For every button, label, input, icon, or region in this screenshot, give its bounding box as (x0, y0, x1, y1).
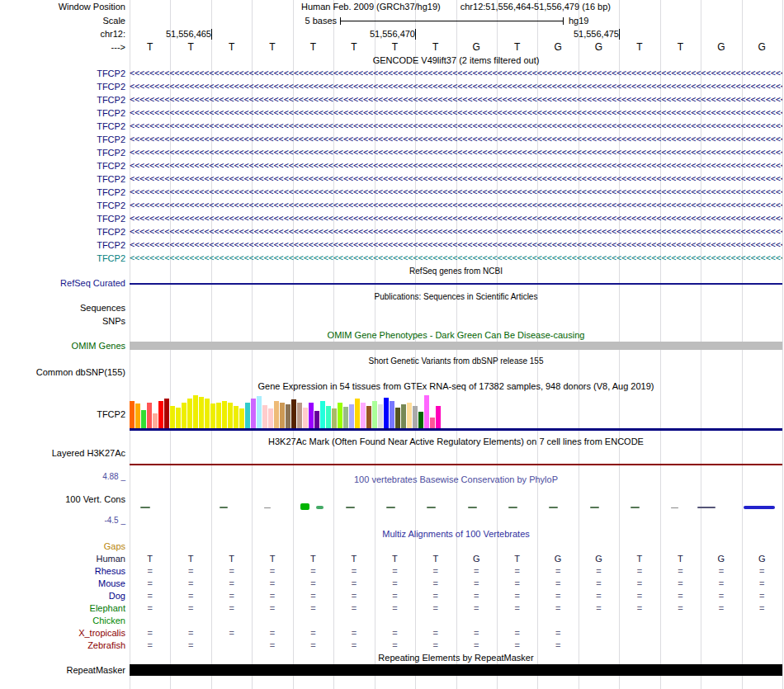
gencode-item-label[interactable]: TFCP2 (0, 199, 125, 212)
gtex-tissue-bar[interactable] (141, 410, 146, 428)
gencode-transcript[interactable]: <<<<<<<<<<<<<<<<<<<<<<<<<<<<<<<<<<<<<<<<… (130, 159, 782, 172)
gtex-tissue-bar[interactable] (436, 406, 441, 428)
gencode-item-label[interactable]: TFCP2 (0, 93, 125, 106)
gtex-tissue-bar[interactable] (314, 411, 319, 428)
gtex-tissue-bar[interactable] (257, 396, 262, 428)
gencode-item-label[interactable]: TFCP2 (0, 212, 125, 225)
refseq-curated-item[interactable] (130, 283, 782, 285)
gencode-transcript[interactable]: <<<<<<<<<<<<<<<<<<<<<<<<<<<<<<<<<<<<<<<<… (130, 199, 782, 212)
gencode-item-label[interactable]: TFCP2 (0, 133, 125, 146)
gencode-item-label[interactable]: TFCP2 (0, 67, 125, 80)
gtex-tissue-bar[interactable] (401, 404, 406, 428)
gencode-transcript[interactable]: <<<<<<<<<<<<<<<<<<<<<<<<<<<<<<<<<<<<<<<<… (130, 252, 782, 265)
gencode-transcript[interactable]: <<<<<<<<<<<<<<<<<<<<<<<<<<<<<<<<<<<<<<<<… (130, 172, 782, 186)
gtex-tissue-bar[interactable] (326, 406, 331, 428)
repeatmasker-track-label[interactable]: RepeatMasker (0, 665, 125, 676)
gencode-transcript[interactable]: <<<<<<<<<<<<<<<<<<<<<<<<<<<<<<<<<<<<<<<<… (130, 146, 782, 159)
sequences-track-label[interactable]: Sequences (0, 303, 125, 314)
gtex-tissue-bar[interactable] (395, 408, 400, 428)
gencode-transcript[interactable]: <<<<<<<<<<<<<<<<<<<<<<<<<<<<<<<<<<<<<<<<… (130, 225, 782, 238)
gtex-tissue-bar[interactable] (216, 403, 221, 428)
gtex-tissue-bar[interactable] (176, 408, 181, 428)
gtex-gene-label[interactable]: TFCP2 (0, 409, 125, 420)
gtex-tissue-bar[interactable] (286, 404, 290, 428)
gtex-tissue-bar[interactable] (297, 403, 302, 428)
gtex-tissue-bar[interactable] (332, 408, 337, 428)
gencode-transcript[interactable]: <<<<<<<<<<<<<<<<<<<<<<<<<<<<<<<<<<<<<<<<… (130, 67, 782, 80)
gtex-tissue-bar[interactable] (390, 401, 394, 428)
gencode-item-label[interactable]: TFCP2 (0, 186, 125, 199)
gtex-tissue-bar[interactable] (239, 408, 244, 428)
gencode-item-label[interactable]: TFCP2 (0, 146, 125, 159)
gencode-item-label[interactable]: TFCP2 (0, 106, 125, 120)
h3k27ac-signal[interactable] (130, 464, 782, 465)
gtex-tissue-bar[interactable] (147, 403, 152, 428)
gtex-tissue-bar[interactable] (158, 401, 163, 428)
repeatmasker-item[interactable] (130, 664, 782, 676)
gtex-tissue-bar[interactable] (291, 399, 296, 428)
gtex-tissue-bar[interactable] (193, 395, 198, 428)
gencode-transcript[interactable]: <<<<<<<<<<<<<<<<<<<<<<<<<<<<<<<<<<<<<<<<… (130, 106, 782, 120)
multiz-species-label[interactable]: Mouse (0, 578, 125, 590)
gtex-tissue-bar[interactable] (424, 395, 429, 428)
multiz-species-label[interactable]: Gaps (0, 540, 125, 553)
multiz-species-label[interactable]: Rhesus (0, 565, 125, 578)
gtex-tissue-bar[interactable] (349, 404, 354, 428)
gtex-tissue-bar[interactable] (234, 406, 239, 428)
gtex-tissue-bar[interactable] (245, 403, 250, 428)
conservation-track-label[interactable]: 100 Vert. Cons (0, 494, 125, 505)
dbsnp-track-label[interactable]: Common dbSNP(155) (0, 367, 125, 378)
gtex-tissue-bar[interactable] (210, 403, 215, 428)
gtex-tissue-bar[interactable] (366, 406, 371, 428)
gtex-tissue-bar[interactable] (378, 404, 383, 428)
gtex-tissue-bar[interactable] (164, 399, 169, 428)
gtex-tissue-bar[interactable] (355, 399, 360, 428)
gtex-tissue-bar[interactable] (280, 403, 285, 428)
gencode-item-label[interactable]: TFCP2 (0, 120, 125, 133)
gencode-item-label[interactable]: TFCP2 (0, 252, 125, 265)
gtex-tissue-bar[interactable] (320, 401, 325, 428)
multiz-species-label[interactable]: X_tropicalis (0, 627, 125, 639)
gtex-tissue-bar[interactable] (228, 403, 233, 428)
gtex-tissue-bar[interactable] (309, 403, 314, 428)
gtex-tissue-bar[interactable] (268, 408, 273, 428)
gencode-item-label[interactable]: TFCP2 (0, 172, 125, 186)
gtex-tissue-bar[interactable] (130, 401, 135, 428)
gencode-item-label[interactable]: TFCP2 (0, 238, 125, 252)
multiz-species-label[interactable]: Zebrafish (0, 639, 125, 652)
gtex-tissue-bar[interactable] (199, 397, 204, 428)
multiz-species-label[interactable]: Chicken (0, 615, 125, 627)
gtex-tissue-bar[interactable] (418, 412, 423, 428)
gencode-transcript[interactable]: <<<<<<<<<<<<<<<<<<<<<<<<<<<<<<<<<<<<<<<<… (130, 93, 782, 106)
omim-genes-label[interactable]: OMIM Genes (0, 341, 125, 352)
refseq-curated-label[interactable]: RefSeq Curated (0, 278, 125, 289)
gtex-tissue-bar[interactable] (407, 403, 412, 428)
gtex-tissue-bar[interactable] (303, 408, 308, 428)
gencode-item-label[interactable]: TFCP2 (0, 80, 125, 93)
multiz-species-label[interactable]: Human (0, 553, 125, 565)
gtex-tissue-bar[interactable] (430, 418, 435, 428)
gtex-tissue-bar[interactable] (182, 403, 187, 428)
gencode-transcript[interactable]: <<<<<<<<<<<<<<<<<<<<<<<<<<<<<<<<<<<<<<<<… (130, 212, 782, 225)
gtex-tissue-bar[interactable] (135, 403, 140, 428)
gtex-tissue-bar[interactable] (205, 399, 210, 428)
gencode-transcript[interactable]: <<<<<<<<<<<<<<<<<<<<<<<<<<<<<<<<<<<<<<<<… (130, 80, 782, 93)
gencode-transcript[interactable]: <<<<<<<<<<<<<<<<<<<<<<<<<<<<<<<<<<<<<<<<… (130, 238, 782, 252)
multiz-species-label[interactable]: Elephant (0, 602, 125, 615)
gtex-tissue-bar[interactable] (384, 398, 389, 428)
gencode-item-label[interactable]: TFCP2 (0, 225, 125, 238)
gtex-tissue-bar[interactable] (222, 401, 227, 428)
gtex-tissue-bar[interactable] (153, 413, 158, 428)
h3k27ac-track-label[interactable]: Layered H3K27Ac (0, 448, 125, 459)
omim-gene-item[interactable] (130, 342, 782, 350)
gtex-tissue-bar[interactable] (262, 405, 267, 428)
gtex-tissue-bar[interactable] (251, 399, 256, 428)
gtex-tissue-bar[interactable] (274, 401, 279, 428)
gtex-tissue-bar[interactable] (372, 401, 377, 428)
gtex-tissue-bar[interactable] (187, 399, 192, 428)
gencode-item-label[interactable]: TFCP2 (0, 159, 125, 172)
gtex-tissue-bar[interactable] (338, 403, 342, 428)
gtex-tissue-bar[interactable] (413, 406, 418, 428)
gtex-tissue-bar[interactable] (361, 403, 366, 428)
multiz-species-label[interactable]: Dog (0, 590, 125, 602)
